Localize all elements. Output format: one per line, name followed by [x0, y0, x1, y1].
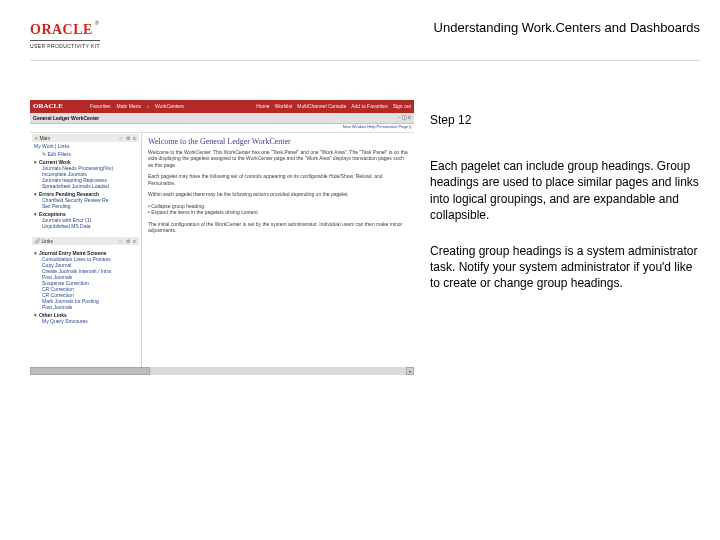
welcome-title: Welcome to the General Ledger WorkCenter — [148, 137, 408, 147]
scroll-right-icon[interactable]: ▸ — [406, 367, 414, 375]
welcome-p4: The initial configuration of the WorkCen… — [148, 221, 408, 234]
workcenter-title: General Ledger WorkCenter — [33, 115, 99, 121]
chevron-down-icon[interactable]: ▾ — [34, 159, 37, 165]
work-area: Welcome to the General Ledger WorkCenter… — [142, 133, 414, 367]
list-item[interactable]: My Query Structures — [34, 318, 138, 324]
link-signout[interactable]: Sign out — [393, 103, 411, 109]
chevron-down-icon[interactable]: ▾ — [34, 191, 37, 197]
action-bar-links[interactable]: New Window Help Personalize Page ⎙ — [343, 125, 411, 130]
task-panel: ★ Main ○ ⚙ ≡ My Work | Links ✎ Edit Filt… — [30, 133, 142, 367]
bullet-item: Expand the items in the pagelets driving… — [151, 209, 259, 215]
header-divider — [30, 60, 700, 61]
step-label: Step 12 — [430, 112, 700, 128]
pagelet-links-title: Links — [41, 238, 53, 244]
welcome-p3: Within each pagelet there may be the fol… — [148, 191, 408, 198]
mywork-tree: ✎ Edit Filters ▾Current Work Journals Ne… — [32, 149, 139, 233]
pagelet-links-icons[interactable]: ○ ⚙ ≡ — [119, 238, 137, 244]
workcenter-titlebar: General Ledger WorkCenter ◦ ◫ ≡ — [30, 113, 414, 124]
workcenter-controls[interactable]: ◦ ◫ ≡ — [399, 114, 411, 120]
link-worklist[interactable]: Worklist — [275, 103, 293, 109]
pagelet-main-header[interactable]: ★ Main ○ ⚙ ≡ — [32, 134, 139, 142]
link-home[interactable]: Home — [256, 103, 269, 109]
edit-filters-link[interactable]: ✎ Edit Filters — [34, 151, 138, 157]
link-multichannel[interactable]: MultiChannel Console — [297, 103, 346, 109]
welcome-bullets: • Collapse group heading. • Expand the i… — [148, 203, 408, 216]
brand-subtitle: USER PRODUCTIVITY KIT — [30, 40, 100, 49]
links-tree: ▾Journal Entry Maint Screens Consolidati… — [32, 246, 139, 328]
list-item[interactable]: Spreadsheet Journals Loaded — [34, 183, 138, 189]
guide-column: Step 12 Each pagelet can include group h… — [430, 112, 700, 312]
menu-item-workcenters[interactable]: WorkCenters — [155, 103, 184, 109]
link-add-favorites[interactable]: Add to Favorites — [351, 103, 387, 109]
screenshot-panel: ORACLE Favorites Main Menu › WorkCenters… — [30, 100, 414, 380]
bullet-item: Collapse group heading. — [151, 203, 205, 209]
star-icon: ★ — [34, 135, 38, 141]
guide-para-2: Creating group headings is a system admi… — [430, 243, 700, 292]
link-icon: 🔗 — [34, 238, 40, 244]
chevron-down-icon[interactable]: ▾ — [34, 250, 37, 256]
list-item[interactable]: Post Journals — [34, 304, 138, 310]
pagelet-main-icons[interactable]: ○ ⚙ ≡ — [119, 135, 137, 141]
chevron-down-icon[interactable]: ▾ — [34, 312, 37, 318]
welcome-p2: Each pagelet may have the following set … — [148, 173, 408, 186]
app-breadcrumb: Favorites Main Menu › WorkCenters — [90, 103, 184, 109]
chevron-down-icon[interactable]: ▾ — [34, 211, 37, 217]
list-item[interactable]: Unpublished MS Data — [34, 223, 138, 229]
pagelet-links-header[interactable]: 🔗 Links ○ ⚙ ≡ — [32, 237, 139, 245]
list-item[interactable]: Sec Pending — [34, 203, 138, 209]
brand-text: ORACLE — [30, 22, 93, 37]
pagelet-main-title: Main — [39, 135, 50, 141]
horizontal-scrollbar[interactable]: ▸ — [30, 367, 414, 375]
app-toplinks: Home Worklist MultiChannel Console Add t… — [256, 103, 411, 109]
page-title: Understanding Work.Centers and Dashboard… — [434, 20, 700, 35]
scrollbar-thumb[interactable] — [30, 367, 150, 375]
app-brand: ORACLE — [33, 102, 63, 110]
guide-para-1: Each pagelet can include group headings.… — [430, 158, 700, 223]
app-topbar: ORACLE Favorites Main Menu › WorkCenters… — [30, 100, 414, 113]
welcome-p1: Welcome to the WorkCenter. This WorkCent… — [148, 149, 408, 169]
menu-item-main[interactable]: Main Menu — [117, 103, 142, 109]
menu-item-favorites[interactable]: Favorites — [90, 103, 111, 109]
action-bar: New Window Help Personalize Page ⎙ — [30, 124, 414, 133]
brand-logo: ORACLE® USER PRODUCTIVITY KIT — [30, 20, 100, 49]
brand-tm: ® — [95, 20, 99, 26]
